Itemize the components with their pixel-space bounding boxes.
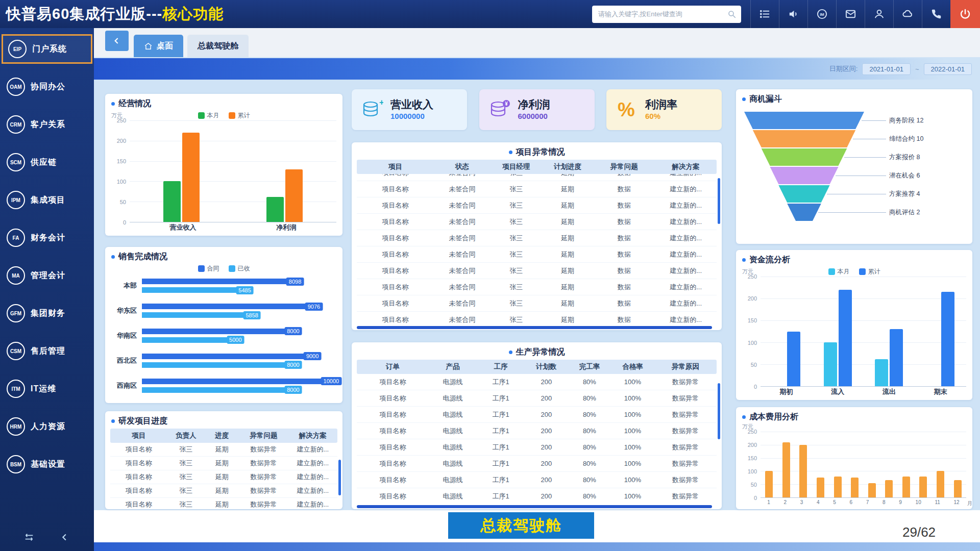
table-cell: 建立新的... <box>655 279 717 295</box>
cloud-icon[interactable] <box>893 0 922 28</box>
profit-coins-icon: ¥ <box>487 98 511 121</box>
table-cell: 延期 <box>542 214 594 230</box>
sidebar-item-ipm[interactable]: IPM集成项目 <box>0 181 94 219</box>
cashflow-bar-chart: 本月累计万元250200150100500期初流入流出期末 <box>736 266 972 400</box>
category-label: 华东区 <box>113 306 142 315</box>
table-row[interactable]: 项目名称张三延期数据异常建立新的... <box>110 470 337 484</box>
table-cell: 延期 <box>205 457 239 470</box>
bullet-icon <box>111 255 115 259</box>
chart-legend: 本月累计 <box>742 266 966 277</box>
vertical-scrollbar[interactable] <box>338 460 341 495</box>
x-tick-label: 净利润 <box>277 223 297 232</box>
table-cell: 100% <box>611 390 654 406</box>
table-cell: 延期 <box>542 197 594 213</box>
sidebar-item-bsm[interactable]: BSM基础设置 <box>0 445 94 483</box>
table-cell: 延期 <box>542 263 594 279</box>
table-row[interactable]: 项目名称电源线工序120080%100%数据异常 <box>357 488 717 504</box>
table-cell: 建立新的... <box>655 295 717 311</box>
bar <box>885 480 893 497</box>
table-cell: 项目名称 <box>357 181 434 197</box>
sidebar-item-crm[interactable]: CRM客户关系 <box>0 106 94 143</box>
table-row[interactable]: 项目名称未签合同张三延期数据建立新的... <box>357 295 717 312</box>
swap-arrows-icon[interactable] <box>23 532 35 545</box>
table-row[interactable]: 项目名称未签合同张三延期数据建立新的... <box>357 263 717 279</box>
search-input[interactable] <box>592 6 741 23</box>
table-row[interactable]: 项目名称电源线工序120080%100%数据异常 <box>357 374 717 390</box>
table-cell: 建立新的... <box>655 263 717 279</box>
table-cell: 数据 <box>593 230 655 246</box>
table-row[interactable]: 项目名称未签合同张三延期数据建立新的... <box>357 197 717 214</box>
sidebar-item-fa[interactable]: FA财务会计 <box>0 219 94 257</box>
im-icon[interactable]: IM <box>807 0 836 28</box>
column-header: 解决方案 <box>288 429 337 443</box>
list-icon[interactable] <box>750 0 779 28</box>
table-cell: 项目名称 <box>110 484 167 497</box>
kpi-row: + 营业收入10000000 ¥ 净利润6000000 % 利润率60% <box>352 89 722 130</box>
y-tick-label: 50 <box>120 199 126 205</box>
table-cell: 数据异常 <box>239 470 288 484</box>
table-cell: 100% <box>611 374 654 390</box>
kpi-profit-rate[interactable]: % 利润率60% <box>606 89 722 130</box>
date-end-input[interactable]: 2022-01-01 <box>924 63 972 75</box>
sidebar-item-eip[interactable]: EIP门户系统 <box>2 34 92 64</box>
table-row[interactable]: 项目名称电源线工序120080%100%数据异常 <box>357 390 717 407</box>
tab-dashboard[interactable]: 总裁驾驶舱 <box>187 35 249 57</box>
funnel-label: 潜在机会 6 <box>889 171 920 180</box>
back-button[interactable] <box>105 31 129 51</box>
table-cell: 数据 <box>593 279 655 295</box>
user-icon[interactable] <box>865 0 893 28</box>
table-row[interactable]: 项目名称电源线工序120080%100%数据异常 <box>357 407 717 423</box>
table-row[interactable]: 项目名称未签合同张三延期数据建立新的... <box>357 230 717 246</box>
date-start-input[interactable]: 2021-01-01 <box>862 63 911 75</box>
horizontal-scrollbar[interactable] <box>357 326 712 329</box>
table-row[interactable]: 项目名称电源线工序120080%100%数据异常 <box>357 472 717 488</box>
table-cell: 200 <box>525 488 568 504</box>
plot-area <box>761 277 966 387</box>
x-tick-label: 5 <box>833 499 836 505</box>
table-row[interactable]: 项目名称张三延期数据异常建立新的... <box>110 457 337 470</box>
table-row[interactable]: 项目名称电源线工序120080%100%数据异常 <box>357 456 717 472</box>
table-cell: 建立新的... <box>655 174 717 181</box>
horizontal-scrollbar[interactable] <box>357 505 712 508</box>
sidebar-item-scm[interactable]: SCM供应链 <box>0 143 94 181</box>
table-row[interactable]: 项目名称未签合同张三延期数据建立新的... <box>357 279 717 295</box>
legend-item: 本月 <box>198 111 219 120</box>
table-row[interactable]: 项目名称张三延期数据异常建立新的... <box>110 484 337 498</box>
x-tick-label: 营业收入 <box>170 223 197 232</box>
table-row[interactable]: 项目名称张三延期数据异常建立新的... <box>110 498 337 509</box>
vertical-scrollbar[interactable] <box>718 178 720 224</box>
phone-icon[interactable] <box>922 0 950 28</box>
sidebar-item-ma[interactable]: MA管理会计 <box>0 257 94 294</box>
table-row[interactable]: 项目名称电源线工序120080%100%数据异常 <box>357 423 717 439</box>
table-row[interactable]: 项目名称电源线工序120080%100%数据异常 <box>357 439 717 456</box>
collapse-chevron-icon[interactable] <box>59 532 70 545</box>
sidebar-item-gfm[interactable]: GFM集团财务 <box>0 294 94 332</box>
table-cell: 建立新的... <box>288 484 337 497</box>
x-tick-label: 1 <box>767 499 770 505</box>
sidebar-item-hrm[interactable]: HRM人力资源 <box>0 408 94 445</box>
tab-desktop[interactable]: 桌面 <box>134 35 183 57</box>
vertical-scrollbar[interactable] <box>718 383 720 439</box>
sidebar-item-csm[interactable]: CSM售后管理 <box>0 332 94 370</box>
bar <box>919 477 927 497</box>
table-row[interactable]: 项目名称未签合同张三延期数据建立新的... <box>357 246 717 263</box>
kpi-revenue[interactable]: + 营业收入10000000 <box>352 89 467 130</box>
table-row[interactable]: 项目名称未签合同张三延期数据建立新的... <box>357 181 717 197</box>
kpi-net-profit[interactable]: ¥ 净利润6000000 <box>479 89 595 130</box>
speaker-icon[interactable] <box>779 0 807 28</box>
table-row[interactable]: 项目名称张三延期数据异常建立新的... <box>110 443 337 457</box>
sidebar-item-itm[interactable]: ITMIT运维 <box>0 370 94 408</box>
table-row[interactable]: 项目名称未签合同张三延期数据建立新的... <box>357 174 717 181</box>
table-row[interactable]: 项目名称未签合同张三延期数据建立新的... <box>357 214 717 230</box>
bar <box>799 445 807 497</box>
hbar-row: 西南区100008000 <box>113 379 334 393</box>
power-button[interactable] <box>950 0 980 28</box>
mail-icon[interactable] <box>836 0 865 28</box>
module-abbr-icon: FA <box>7 229 25 247</box>
table-row[interactable]: 项目名称未签合同张三延期数据建立新的... <box>357 312 717 324</box>
sidebar-item-label: 供应链 <box>31 157 57 168</box>
bar-group <box>926 277 954 386</box>
table-cell: 项目名称 <box>110 443 167 456</box>
sidebar-item-oam[interactable]: OAM协同办公 <box>0 68 94 106</box>
bar-group <box>954 432 962 497</box>
